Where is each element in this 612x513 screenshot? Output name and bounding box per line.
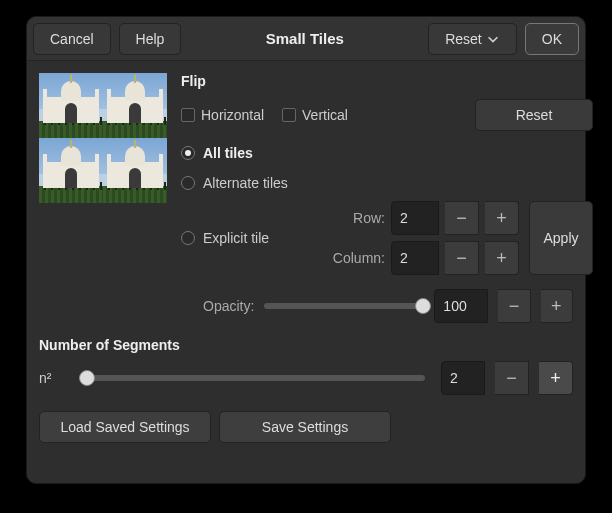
opacity-decrement-button[interactable]: − bbox=[498, 289, 530, 323]
column-decrement-button[interactable]: − bbox=[445, 241, 479, 275]
all-tiles-radio[interactable]: All tiles bbox=[181, 141, 593, 165]
preview-image bbox=[39, 73, 167, 203]
explicit-tile-label: Explicit tile bbox=[203, 230, 269, 246]
segments-slider[interactable] bbox=[79, 375, 425, 381]
vertical-checkbox[interactable]: Vertical bbox=[282, 107, 348, 123]
segments-decrement-button[interactable]: − bbox=[495, 361, 529, 395]
opacity-slider[interactable] bbox=[264, 303, 424, 309]
segments-input[interactable]: 2 bbox=[441, 361, 485, 395]
row-increment-button[interactable]: + bbox=[485, 201, 519, 235]
load-saved-settings-button[interactable]: Load Saved Settings bbox=[39, 411, 211, 443]
horizontal-label: Horizontal bbox=[201, 107, 264, 123]
horizontal-checkbox[interactable]: Horizontal bbox=[181, 107, 264, 123]
opacity-label: Opacity: bbox=[203, 298, 254, 314]
cancel-button[interactable]: Cancel bbox=[33, 23, 111, 55]
alternate-tiles-label: Alternate tiles bbox=[203, 175, 288, 191]
slider-knob-icon bbox=[415, 298, 431, 314]
flip-heading: Flip bbox=[181, 73, 593, 89]
ok-button[interactable]: OK bbox=[525, 23, 579, 55]
apply-button[interactable]: Apply bbox=[529, 201, 593, 275]
explicit-tile-radio[interactable]: Explicit tile bbox=[181, 226, 311, 250]
alternate-tiles-radio[interactable]: Alternate tiles bbox=[181, 171, 593, 195]
chevron-down-icon bbox=[486, 32, 500, 46]
dialog-window: Cancel Help Small Tiles Reset OK Flip bbox=[26, 16, 586, 484]
column-input[interactable]: 2 bbox=[391, 241, 439, 275]
radio-icon bbox=[181, 231, 195, 245]
opacity-input[interactable]: 100 bbox=[434, 289, 488, 323]
row-input[interactable]: 2 bbox=[391, 201, 439, 235]
column-increment-button[interactable]: + bbox=[485, 241, 519, 275]
reset-label: Reset bbox=[445, 31, 482, 47]
reset-dropdown-button[interactable]: Reset bbox=[428, 23, 517, 55]
segments-heading: Number of Segments bbox=[39, 337, 573, 353]
n-squared-label: n² bbox=[39, 370, 63, 386]
checkbox-icon bbox=[282, 108, 296, 122]
flip-reset-button[interactable]: Reset bbox=[475, 99, 593, 131]
dialog-content: Flip Horizontal Vertical Reset bbox=[27, 61, 585, 483]
row-label: Row: bbox=[321, 210, 385, 226]
row-decrement-button[interactable]: − bbox=[445, 201, 479, 235]
vertical-label: Vertical bbox=[302, 107, 348, 123]
radio-icon bbox=[181, 176, 195, 190]
flip-panel: Flip Horizontal Vertical Reset bbox=[181, 73, 593, 275]
segments-increment-button[interactable]: + bbox=[539, 361, 573, 395]
column-label: Column: bbox=[321, 250, 385, 266]
dialog-title: Small Tiles bbox=[181, 30, 428, 47]
checkbox-icon bbox=[181, 108, 195, 122]
opacity-increment-button[interactable]: + bbox=[541, 289, 573, 323]
slider-knob-icon bbox=[79, 370, 95, 386]
save-settings-button[interactable]: Save Settings bbox=[219, 411, 391, 443]
radio-icon bbox=[181, 146, 195, 160]
all-tiles-label: All tiles bbox=[203, 145, 253, 161]
help-button[interactable]: Help bbox=[119, 23, 182, 55]
titlebar: Cancel Help Small Tiles Reset OK bbox=[27, 17, 585, 61]
